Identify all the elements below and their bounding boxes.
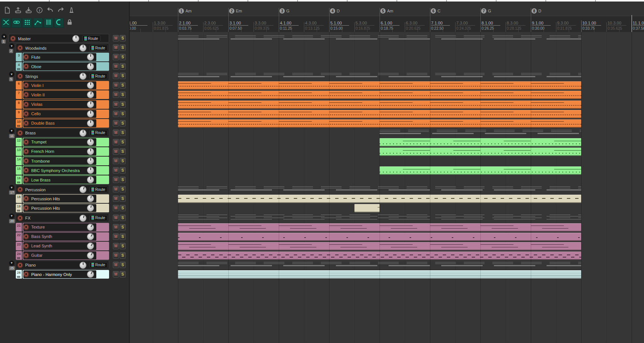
track-name-label[interactable]: Percussion [25,188,46,192]
track-number[interactable]: 18 [16,194,22,203]
volume-knob[interactable] [79,215,87,222]
mute-button[interactable]: M [113,215,119,221]
track-name-label[interactable]: Texture [31,225,45,229]
route-button[interactable]: Route [90,130,108,136]
track-strip[interactable]: Oboe [23,62,109,71]
track-name-label[interactable]: Violin I [31,83,44,88]
track-name-label[interactable]: Piano [25,263,36,267]
ruler-bar-label[interactable]: 9.1.000:30.00 [532,20,551,30]
track-strip[interactable]: Trumpet [23,138,109,146]
record-arm-button[interactable] [23,234,29,239]
mute-button[interactable]: M [113,91,119,98]
record-arm-button[interactable] [23,177,29,183]
mute-button[interactable]: M [113,139,119,145]
track-number[interactable]: 9 [16,110,22,118]
marker-7-g[interactable]: 7G [480,8,491,14]
folder-collapse-button[interactable]: ▼ [9,261,14,266]
ruler-bar-label[interactable]: 3.1.000:07.50 [229,20,248,30]
solo-button[interactable]: S [120,271,126,277]
volume-knob[interactable] [87,139,94,146]
track-strip[interactable]: Violin I [23,81,109,90]
mute-button[interactable]: M [113,130,119,136]
solo-button[interactable]: S [120,111,126,117]
midi-item[interactable] [178,81,581,90]
mute-button[interactable]: M [113,252,119,259]
track-strip[interactable]: Trombone [23,157,109,165]
ruler-bar-label[interactable]: 8.1.000:26.25 [481,20,500,30]
volume-knob[interactable] [87,252,94,259]
track-number[interactable]: 14 [16,157,22,165]
folder-collapse-button[interactable]: ▼ [9,213,14,219]
folder-collapse-button[interactable]: ▼ [2,34,7,39]
record-arm-button[interactable] [23,64,29,69]
midi-item[interactable] [178,195,581,203]
info-button[interactable]: i [35,6,44,16]
record-arm-button[interactable] [23,271,29,277]
track-number[interactable]: 12 [16,138,22,146]
track-name-label[interactable]: Lead Synth [31,244,52,248]
record-arm-button[interactable] [17,73,23,79]
volume-knob[interactable] [87,233,94,240]
midi-item[interactable] [178,242,581,250]
track-name-label[interactable]: Percussion Hits [31,197,60,201]
solo-button[interactable]: S [120,215,126,221]
record-arm-button[interactable] [23,158,29,164]
track-name-label[interactable]: Low Brass [31,178,50,182]
record-arm-button[interactable] [23,139,29,145]
track-number[interactable]: 16 [16,175,22,184]
folder-collapse-button[interactable]: ▼ [9,185,14,190]
ruler-bar-label[interactable]: 2.1.000:03.75 [179,20,198,30]
mute-button[interactable]: M [113,54,119,60]
solo-button[interactable]: S [120,186,126,192]
solo-button[interactable]: S [120,148,126,155]
mute-button[interactable]: M [113,101,119,108]
track-name-label[interactable]: Master [18,37,31,41]
track-strip[interactable]: Texture [23,223,109,232]
record-arm-button[interactable] [10,36,16,41]
solo-button[interactable]: S [120,262,126,268]
track-strip[interactable]: MasterRoute [9,34,109,43]
volume-knob[interactable] [72,35,79,42]
ruler-bar-label[interactable]: 7.1.000:22.50 [431,20,450,30]
snap-grid-button[interactable] [44,18,53,28]
record-arm-button[interactable] [17,45,23,51]
track-strip[interactable]: Piano - Harmony Only [23,270,109,279]
record-arm-button[interactable] [23,205,29,211]
mute-button[interactable]: M [113,63,119,70]
midi-item[interactable] [178,110,581,118]
marker-1-am[interactable]: 1Am [178,8,192,14]
mute-button[interactable]: M [113,262,119,268]
mute-button[interactable]: M [113,35,119,41]
edit-cursor[interactable] [632,15,632,32]
midi-item[interactable] [354,204,380,212]
track-strip[interactable]: StringsRoute [16,72,109,80]
solo-button[interactable]: S [120,195,126,202]
folder-collapse-button[interactable]: ▼ [9,43,14,49]
volume-knob[interactable] [79,73,87,80]
solo-button[interactable]: S [120,44,126,51]
track-strip[interactable]: Cello [23,110,109,118]
solo-button[interactable]: S [120,139,126,145]
route-button[interactable]: Route [90,215,108,221]
mute-button[interactable]: M [113,44,119,51]
record-arm-button[interactable] [23,253,29,258]
record-arm-button[interactable] [23,224,29,230]
solo-button[interactable]: S [120,130,126,136]
ruler-bar-label[interactable]: 11.1.000:37.50 [633,20,644,30]
new-file-button[interactable] [2,6,12,16]
track-name-label[interactable]: Bass Synth [31,234,52,239]
marker-8-d[interactable]: 8D [531,8,541,14]
solo-button[interactable]: S [120,158,126,164]
track-name-label[interactable]: FX [25,216,30,220]
volume-knob[interactable] [87,271,94,278]
track-name-label[interactable]: Trumpet [31,140,47,144]
track-strip[interactable]: French Horn [23,147,109,156]
volume-knob[interactable] [87,224,94,231]
track-number[interactable]: 23 [16,242,22,250]
solo-button[interactable]: S [120,101,126,108]
track-strip[interactable]: BrassRoute [16,128,109,137]
timeline-ruler[interactable]: 1.000.002.1.000:03.753.1.000:07.504.1.00… [130,2,644,32]
track-number[interactable]: 7 [16,90,22,99]
record-arm-button[interactable] [23,149,29,154]
track-name-label[interactable]: BBC Symphony Orchestra [31,168,80,173]
